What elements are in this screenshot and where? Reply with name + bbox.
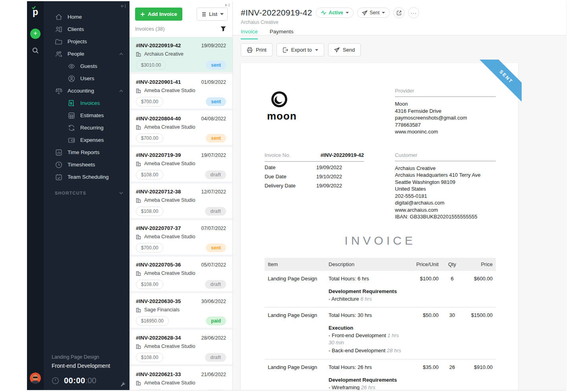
sidebar-item-recurring[interactable]: Recurring bbox=[44, 122, 130, 134]
invoice-amount: $700.00 bbox=[136, 243, 163, 253]
wrench-icon[interactable] bbox=[120, 382, 126, 387]
svg-text:$: $ bbox=[70, 101, 72, 105]
invoice-meta: Invoice No. #INV-20220919-42 Date19/09/2… bbox=[265, 152, 364, 189]
sidebar-item-expenses[interactable]: Expenses bbox=[44, 134, 130, 146]
invoice-date: 07/07/2022 bbox=[201, 226, 226, 231]
quick-add-button[interactable]: + bbox=[30, 29, 41, 39]
invoice-number: #INV-20220919-42 bbox=[136, 42, 181, 48]
sent-badge-label: Sent bbox=[370, 10, 380, 15]
print-button[interactable]: Print bbox=[241, 43, 273, 56]
shortcuts-header[interactable]: SHORTCUTS bbox=[44, 188, 130, 198]
sidebar-collapse-icon[interactable] bbox=[121, 4, 126, 8]
invoice-date: 01/09/2022 bbox=[201, 79, 226, 85]
sidebar-item-users[interactable]: Users bbox=[44, 72, 130, 85]
status-badge: draft bbox=[205, 280, 226, 289]
people-icon bbox=[55, 50, 62, 58]
price-cell: $600.00 bbox=[462, 271, 496, 307]
invoice-list-item[interactable]: #INV-20220712-3812/07/2022 Ameba Creativ… bbox=[130, 183, 232, 220]
price-unit-cell: $100.00 bbox=[405, 271, 442, 307]
sidebar-item-time-reports[interactable]: Time Reports bbox=[44, 146, 130, 158]
invoice-list-item[interactable]: #INV-20220804-4004/08/2022 Ameba Creativ… bbox=[130, 110, 232, 147]
sidebar-item-estimates[interactable]: Estimates bbox=[44, 109, 130, 122]
send-label: Send bbox=[343, 47, 355, 53]
invoice-client: Ameba Creative Studio bbox=[144, 88, 195, 93]
sidebar-item-label: Accounting bbox=[68, 88, 94, 94]
export-label: Export to bbox=[291, 47, 312, 53]
sidebar-item-guests[interactable]: Guests bbox=[44, 60, 130, 72]
sidebar-item-home[interactable]: Home bbox=[44, 11, 130, 23]
sidebar-item-label: Users bbox=[80, 75, 94, 81]
logo-check-icon bbox=[32, 6, 36, 9]
caret-down-icon bbox=[220, 13, 224, 15]
panel-collapse-icon[interactable] bbox=[225, 3, 230, 7]
item-cell: Landing Page Design bbox=[265, 359, 325, 390]
send-button[interactable]: Send bbox=[328, 43, 361, 56]
user-avatar[interactable] bbox=[30, 373, 41, 384]
status-badge: sent bbox=[206, 134, 226, 143]
status-badge: draft bbox=[205, 390, 226, 390]
invoice-list-item[interactable]: #INV-20220630-3530/06/2022 Sage Financia… bbox=[130, 293, 232, 330]
invoice-number: #INV-20220707-37 bbox=[136, 225, 181, 231]
sidebar-item-team-scheduling[interactable]: Team Scheduling bbox=[44, 171, 130, 183]
invoice-client: Ameba Creative Studio bbox=[144, 161, 195, 166]
detail-content: Print Export to Send SENT bbox=[233, 35, 566, 390]
provider-line: 4316 Fernside Drive bbox=[395, 108, 496, 115]
invoice-number: #INV-20220901-41 bbox=[136, 79, 181, 85]
building-icon bbox=[136, 307, 141, 313]
sidebar-item-projects[interactable]: Projects bbox=[44, 35, 130, 48]
add-invoice-label: Add Invoice bbox=[148, 11, 177, 17]
sidebar-item-invoices[interactable]: $ Invoices bbox=[44, 97, 130, 109]
pulse-icon bbox=[321, 10, 327, 15]
sidebar-item-accounting[interactable]: Accounting bbox=[44, 85, 130, 97]
invoice-number: #INV-20220719-39 bbox=[136, 152, 181, 158]
sidebar-item-people[interactable]: People bbox=[44, 48, 130, 60]
invoice-date: 04/08/2022 bbox=[201, 116, 226, 122]
export-button[interactable]: Export to bbox=[277, 43, 324, 56]
qty-cell: 30 bbox=[442, 307, 462, 359]
due-date-label: Due Date bbox=[265, 173, 316, 180]
sidebar-item-label: Projects bbox=[68, 39, 87, 44]
sidebar-item-label: Time Reports bbox=[68, 149, 100, 155]
edit-button[interactable] bbox=[393, 7, 404, 18]
status-badge: paid bbox=[206, 317, 226, 325]
invoice-list-item[interactable]: #INV-20220705-3605/07/2022 Ameba Creativ… bbox=[130, 257, 232, 293]
customer-line: www.archaius.com bbox=[395, 207, 496, 214]
customer-block: Customer Archaius Creative Archaius Head… bbox=[395, 152, 496, 220]
wallet-icon bbox=[68, 136, 75, 144]
customer-line: digital@archaius.com bbox=[395, 199, 496, 207]
invoice-list-item[interactable]: #INV-20220628-3428/06/2022 Ameba Creativ… bbox=[130, 330, 232, 366]
search-icon[interactable] bbox=[32, 47, 39, 54]
qty-cell: 6 bbox=[442, 271, 462, 307]
price-unit-cell: $35.00 bbox=[405, 359, 442, 390]
print-label: Print bbox=[256, 47, 267, 53]
invoice-toolbar: Print Export to Send bbox=[241, 43, 558, 56]
timer-button[interactable]: 00:00:00 bbox=[52, 376, 123, 385]
page-title: #INV-20220919-42 bbox=[241, 8, 312, 17]
item-detail: - Front-end Development bbox=[329, 332, 386, 338]
status-badge: sent bbox=[206, 243, 226, 252]
timer-icon bbox=[52, 377, 59, 384]
provider-line: Moon bbox=[395, 100, 496, 108]
invoice-list-item[interactable]: #INV-20220707-3707/07/2022 Ameba Creativ… bbox=[130, 220, 232, 257]
add-invoice-button[interactable]: Add Invoice bbox=[135, 8, 182, 21]
item-cell: Landing Page Design bbox=[265, 271, 325, 307]
invoice-list-item[interactable]: #INV-20220719-3919/07/2022 Ameba Creativ… bbox=[130, 147, 232, 183]
invoice-list-item[interactable]: #INV-20220901-4101/09/2022 Ameba Creativ… bbox=[130, 74, 232, 110]
paymo-logo[interactable]: p bbox=[33, 8, 38, 17]
tracker-task: Front-end Development bbox=[52, 363, 123, 369]
folder-icon bbox=[55, 38, 62, 45]
filter-icon[interactable] bbox=[220, 26, 226, 31]
eye-icon bbox=[68, 62, 75, 70]
more-button[interactable]: ··· bbox=[408, 7, 419, 18]
home-icon bbox=[55, 13, 62, 21]
sent-status-dropdown[interactable]: Sent bbox=[357, 8, 390, 18]
active-status-dropdown[interactable]: Active bbox=[316, 8, 354, 18]
invoice-list-item[interactable]: #INV-20220919-4219/09/2022 Archaius Crea… bbox=[130, 37, 232, 74]
invoice-client: Ameba Creative Studio bbox=[144, 344, 195, 349]
sidebar-item-clients[interactable]: Clients bbox=[44, 23, 130, 35]
invoice-list-item[interactable]: #INV-20220621-3321/06/2022 Ameba Creativ… bbox=[130, 366, 232, 390]
table-row: Landing Page Design Total Hours: 30 hrs … bbox=[265, 307, 496, 359]
view-selector-dropdown[interactable]: List bbox=[197, 8, 228, 21]
table-row: Landing Page Design Total Hours: 6 hrs D… bbox=[265, 271, 496, 307]
sidebar-item-timesheets[interactable]: Timesheets bbox=[44, 158, 130, 171]
